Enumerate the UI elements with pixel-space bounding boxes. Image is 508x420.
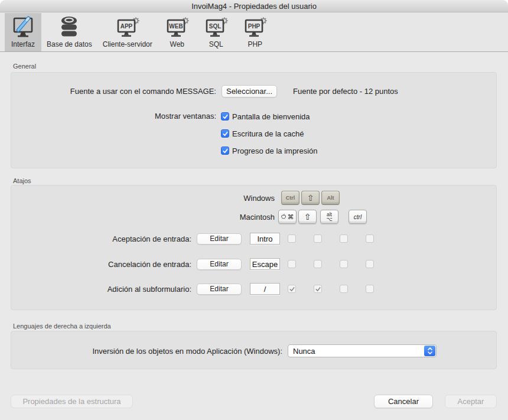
toolbar-item-cliente-servidor[interactable]: APP Cliente-servidor xyxy=(97,13,158,51)
welcome-screen-checkbox[interactable] xyxy=(221,112,229,121)
groupbox-general: Fuente a usar con el comando MESSAGE: Se… xyxy=(11,72,497,168)
show-windows-row: Mostrar ventanas: Pantalla de bienvenida xyxy=(11,112,496,163)
check-icon xyxy=(315,286,321,292)
command-symbol: ⌘ xyxy=(288,213,294,221)
check-icon xyxy=(222,113,229,120)
windows-alt-keycap: Alt xyxy=(321,191,340,205)
toolbar-item-interfaz[interactable]: Interfaz xyxy=(5,13,41,51)
modifier-checkbox xyxy=(314,285,322,293)
inversion-select[interactable]: Nunca xyxy=(288,344,437,357)
select-stepper xyxy=(424,346,435,356)
inversion-row: Inversión de los objetos en modo Aplicac… xyxy=(11,344,496,357)
toolbar: Interfaz Base de datos xyxy=(0,13,508,52)
edit-cancel-shortcut-button[interactable]: Editar xyxy=(197,259,242,270)
select-font-button[interactable]: Seleccionar... xyxy=(222,85,277,97)
toolbar-item-web[interactable]: WEB Web xyxy=(158,13,197,51)
modifier-checkbox xyxy=(366,235,374,243)
check-icon xyxy=(222,148,229,154)
toolbar-item-php[interactable]: PHP PHP xyxy=(236,13,275,51)
option-print-progress: Progreso de la impresión xyxy=(221,146,318,155)
svg-text:SQL: SQL xyxy=(209,23,221,30)
windows-platform-label: Windows xyxy=(11,194,275,203)
checkbox-label: Progreso de la impresión xyxy=(232,146,318,155)
subform-key-display: / xyxy=(250,283,280,295)
chevron-up-down-icon xyxy=(427,346,433,356)
check-icon xyxy=(289,286,295,292)
shortcut-row-accept: Aceptación de entrada: Editar Intro xyxy=(11,233,496,245)
modifier-checkbox xyxy=(314,235,322,243)
title-bar[interactable]: InvoiMag4 - Propiedades del usuario xyxy=(0,0,508,12)
structure-properties-button[interactable]: Propiedades de la estructura xyxy=(11,395,133,408)
modifier-checkbox xyxy=(288,235,296,243)
windows-shift-keycap: ⇧ xyxy=(301,191,320,205)
macintosh-keys-row: Macintosh ⌘ ⇧ alt ⌥ ctrl xyxy=(11,209,496,224)
cancel-key-display: Escape xyxy=(250,258,280,270)
shortcut-row-label: Adición al subformulario: xyxy=(11,285,191,294)
print-progress-checkbox[interactable] xyxy=(221,146,229,155)
show-windows-label: Mostrar ventanas: xyxy=(11,112,216,121)
shortcut-row-subform: Adición al subformulario: Editar / xyxy=(11,283,496,295)
toolbar-item-label: Cliente-servidor xyxy=(103,40,152,48)
toolbar-item-label: Interfaz xyxy=(11,40,35,48)
message-font-label: Fuente a usar con el comando MESSAGE: xyxy=(11,87,216,96)
mac-control-keycap: ctrl xyxy=(349,210,367,224)
modifier-checkbox xyxy=(288,285,296,293)
modifier-checkbox xyxy=(288,260,296,268)
apple-logo-icon xyxy=(281,213,286,220)
message-font-row: Fuente a usar con el comando MESSAGE: Se… xyxy=(11,84,496,97)
client-server-monitor-gear-icon: APP xyxy=(113,16,142,38)
modifier-checkbox xyxy=(314,260,322,268)
mac-shift-keycap: ⇧ xyxy=(298,210,317,224)
shortcut-row-cancel: Cancelación de entrada: Editar Escape xyxy=(11,258,496,270)
toolbar-item-label: PHP xyxy=(248,40,262,48)
toolbar-item-label: Web xyxy=(170,40,184,48)
php-monitor-gear-icon: PHP xyxy=(241,16,269,38)
inversion-label: Inversión de los objetos en modo Aplicac… xyxy=(11,347,282,356)
toolbar-item-base-de-datos[interactable]: Base de datos xyxy=(41,13,97,51)
option-symbol: ⌥ xyxy=(326,217,332,222)
inversion-selected-value: Nunca xyxy=(293,347,315,356)
svg-text:PHP: PHP xyxy=(248,23,260,30)
windows-keys-row: Windows Ctrl ⇧ Alt xyxy=(11,190,496,206)
check-icon xyxy=(222,131,229,137)
shortcut-row-label: Cancelación de entrada: xyxy=(11,260,191,269)
toolbar-item-sql[interactable]: SQL SQL xyxy=(197,13,236,51)
modifier-checkbox xyxy=(340,235,348,243)
cache-writing-checkbox[interactable] xyxy=(221,129,229,138)
message-font-value: Fuente por defecto - 12 puntos xyxy=(293,87,398,96)
toolbar-item-label: Base de datos xyxy=(47,40,92,48)
checkbox-label: Pantalla de bienvenida xyxy=(232,112,310,121)
checkbox-label: Escritura de la caché xyxy=(232,129,304,138)
groupbox-rtl: Inversión de los objetos en modo Aplicac… xyxy=(11,331,497,369)
mac-option-keycap: alt ⌥ xyxy=(320,210,338,224)
svg-text:WEB: WEB xyxy=(169,23,183,30)
option-welcome-screen: Pantalla de bienvenida xyxy=(221,112,318,121)
accept-key-display: Intro xyxy=(250,233,280,245)
modifier-checkbox xyxy=(340,285,348,293)
modifier-checkbox xyxy=(366,260,374,268)
sql-monitor-gear-icon: SQL xyxy=(202,16,230,38)
toolbar-item-label: SQL xyxy=(209,40,223,48)
windows-ctrl-keycap: Ctrl xyxy=(281,191,299,205)
accept-button[interactable]: Aceptar xyxy=(445,395,497,408)
edit-subform-shortcut-button[interactable]: Editar xyxy=(197,284,242,295)
mac-command-keycap: ⌘ xyxy=(278,210,297,224)
section-label-rtl: Lenguajes de derecha a izquierda xyxy=(13,323,111,330)
modifier-checkbox xyxy=(366,285,374,293)
user-properties-dialog: InvoiMag4 - Propiedades del usuario Inte… xyxy=(0,0,508,420)
cancel-button[interactable]: Cancelar xyxy=(374,395,433,408)
section-label-general: General xyxy=(13,63,36,70)
database-icon xyxy=(59,16,79,38)
groupbox-atajos: Windows Ctrl ⇧ Alt Macintosh ⌘ ⇧ al xyxy=(11,185,497,310)
web-monitor-gear-icon: WEB xyxy=(163,16,191,38)
option-cache-writing: Escritura de la caché xyxy=(221,129,318,138)
macintosh-platform-label: Macintosh xyxy=(11,213,275,222)
svg-text:APP: APP xyxy=(120,23,132,30)
section-label-atajos: Atajos xyxy=(13,177,31,184)
window-title: InvoiMag4 - Propiedades del usuario xyxy=(191,2,317,11)
shortcut-row-label: Aceptación de entrada: xyxy=(11,235,191,243)
edit-accept-shortcut-button[interactable]: Editar xyxy=(197,233,242,245)
modifier-checkbox xyxy=(340,260,348,268)
interface-monitor-pencil-icon xyxy=(10,16,36,38)
